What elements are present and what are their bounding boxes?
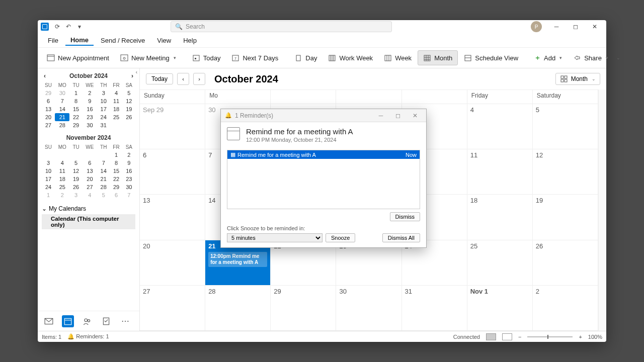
mini-cal-day[interactable]: 24 (97, 113, 110, 121)
mini-cal-day[interactable]: 25 (110, 113, 122, 121)
mini-cal-day[interactable]: 7 (55, 97, 69, 105)
view-selector[interactable]: Month⌄ (555, 73, 600, 85)
my-calendars-header[interactable]: ⌄My Calendars (42, 205, 135, 212)
mini-cal-day[interactable]: 14 (97, 167, 110, 175)
dialog-titlebar[interactable]: 🔔 1 Reminder(s) ─ ◻ ✕ (221, 109, 426, 122)
mini-cal-day[interactable]: 13 (83, 167, 97, 175)
mini-cal-day[interactable]: 27 (42, 121, 55, 129)
mini-cal-day[interactable]: 18 (110, 105, 122, 113)
dialog-close-button[interactable]: ✕ (408, 112, 422, 119)
mini-cal-day[interactable]: 6 (110, 191, 122, 199)
mini-cal-day[interactable]: 12 (69, 167, 82, 175)
reminder-list[interactable]: ▦ Remind me for a meeting with A Now (227, 150, 420, 209)
day-cell[interactable]: 4 (467, 104, 533, 149)
mini-cal-day[interactable]: 13 (42, 105, 55, 113)
reading-view-icon[interactable] (502, 333, 512, 340)
close-button[interactable]: ✕ (585, 20, 604, 33)
mini-cal-day[interactable]: 22 (69, 113, 82, 121)
mini-cal-day[interactable]: 22 (110, 175, 122, 183)
mini-cal-day[interactable]: 24 (42, 183, 55, 191)
mini-cal-day[interactable]: 19 (123, 105, 135, 113)
search-input[interactable]: 🔍 Search (171, 21, 392, 32)
mini-cal-day[interactable]: 7 (97, 159, 110, 167)
mini-cal-day[interactable]: 23 (123, 175, 135, 183)
mini-cal-day[interactable] (123, 121, 135, 129)
share-button[interactable]: Share▾ (568, 50, 613, 65)
mini-cal-day[interactable]: 5 (123, 89, 135, 97)
day-cell[interactable]: 29 (271, 286, 336, 331)
mini-cal-day[interactable]: 3 (97, 89, 110, 97)
avatar[interactable]: P (531, 21, 542, 32)
day-cell[interactable]: 25 (467, 240, 533, 286)
collapse-sidebar-icon[interactable]: ‹ (136, 69, 137, 75)
menu-home[interactable]: Home (65, 35, 94, 46)
mini-cal-day[interactable]: 23 (83, 113, 97, 121)
next-month-icon[interactable]: › (131, 72, 133, 79)
scrollbar[interactable] (598, 89, 606, 331)
sync-icon[interactable]: ⟳ (52, 21, 63, 32)
new-appointment-button[interactable]: New Appointment (42, 50, 114, 65)
day-cell[interactable]: 18 (467, 195, 533, 240)
mini-cal-day[interactable]: 5 (97, 191, 110, 199)
mini-cal-day[interactable]: 3 (42, 159, 55, 167)
mini-cal-day[interactable]: 6 (42, 97, 55, 105)
day-cell[interactable]: 19 (533, 195, 598, 240)
mini-cal-day[interactable]: 6 (83, 159, 97, 167)
mini-cal-day[interactable]: 1 (69, 89, 82, 97)
mini-cal-day[interactable]: 9 (123, 159, 135, 167)
mini-cal-day[interactable]: 7 (123, 191, 135, 199)
mini-cal-day[interactable]: 15 (110, 167, 122, 175)
normal-view-icon[interactable] (486, 333, 496, 340)
day-cell[interactable]: Sep 29 (140, 104, 205, 149)
mini-cal-day[interactable]: 4 (55, 159, 69, 167)
mini-cal-day[interactable] (55, 151, 69, 159)
mini-cal-day[interactable]: 14 (55, 105, 69, 113)
mini-cal-day[interactable]: 30 (55, 89, 69, 97)
mini-cal-day[interactable]: 25 (55, 183, 69, 191)
mini-cal-day[interactable]: 11 (110, 97, 122, 105)
day-cell[interactable]: 6 (140, 149, 205, 195)
mini-cal-day[interactable]: 3 (69, 191, 82, 199)
mini-cal-day[interactable]: 20 (83, 175, 97, 183)
mini-cal-day[interactable]: 17 (42, 175, 55, 183)
day-cell[interactable]: 13 (140, 195, 205, 240)
mini-cal-day[interactable]: 8 (69, 97, 82, 105)
maximize-button[interactable]: ◻ (566, 20, 585, 33)
day-view-button[interactable]: Day (289, 50, 322, 65)
mini-cal-day[interactable] (69, 151, 82, 159)
ribbon-collapse-icon[interactable]: ⌄ (616, 55, 620, 60)
mini-cal-day[interactable] (42, 151, 55, 159)
mini-cal-day[interactable]: 4 (110, 89, 122, 97)
schedule-view-button[interactable]: Schedule View (459, 50, 523, 65)
day-cell[interactable]: 5 (533, 104, 598, 149)
zoom-in-icon[interactable]: + (579, 334, 582, 340)
today-nav-button[interactable]: Today (146, 73, 173, 84)
dismiss-button[interactable]: Dismiss (390, 212, 421, 221)
day-cell[interactable]: 20 (140, 240, 205, 286)
mini-cal-day[interactable]: 9 (83, 97, 97, 105)
week-view-button[interactable]: Week (379, 50, 417, 65)
mini-cal-day[interactable]: 30 (123, 183, 135, 191)
day-cell[interactable]: 31 (402, 286, 467, 331)
mini-cal-day[interactable]: 2 (123, 151, 135, 159)
mini-cal-day[interactable]: 15 (69, 105, 82, 113)
month-view-button[interactable]: Month (418, 50, 458, 65)
day-cell[interactable]: 12 (533, 149, 598, 195)
qat-dropdown-icon[interactable]: ▾ (74, 21, 85, 32)
dialog-minimize-button[interactable]: ─ (374, 112, 388, 119)
mini-cal-day[interactable]: 5 (69, 159, 82, 167)
work-week-view-button[interactable]: Work Week (323, 50, 378, 65)
mini-cal-day[interactable]: 16 (123, 167, 135, 175)
mini-cal-day[interactable]: 12 (123, 97, 135, 105)
mini-cal-day[interactable]: 1 (42, 191, 55, 199)
zoom-out-icon[interactable]: − (518, 334, 521, 340)
day-cell[interactable]: Nov 1 (467, 286, 533, 331)
mini-cal-day[interactable]: 10 (42, 167, 55, 175)
prev-period-button[interactable]: ‹ (177, 73, 189, 85)
menu-sendreceive[interactable]: Send / Receive (96, 36, 150, 45)
reminder-row[interactable]: ▦ Remind me for a meeting with A Now (227, 150, 420, 159)
mini-cal-day[interactable]: 21 (55, 113, 69, 121)
mini-cal-day[interactable]: 31 (97, 121, 110, 129)
undo-icon[interactable]: ↶ (63, 21, 74, 32)
zoom-slider[interactable] (527, 336, 573, 337)
